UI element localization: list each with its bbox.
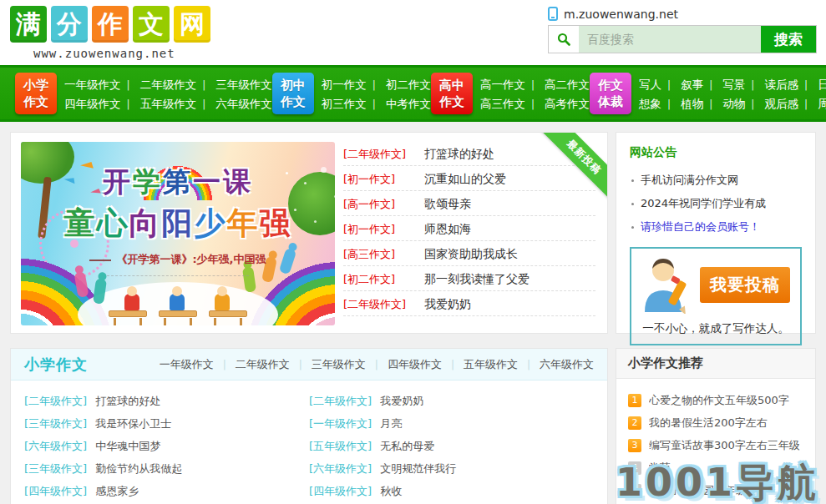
- nav-category-badge[interactable]: 作文 体裁: [590, 73, 631, 114]
- essay-title-link[interactable]: 我是环保小卫士: [95, 417, 171, 430]
- essay-row[interactable]: [六年级作文] 中华魂中国梦: [24, 435, 309, 457]
- nav-link[interactable]: 写景: [722, 78, 745, 91]
- announcement-link[interactable]: 手机访问满分作文网: [630, 169, 802, 192]
- article-category-tag[interactable]: [初二作文]: [343, 267, 420, 291]
- essay-category-tag[interactable]: [二年级作文]: [309, 395, 372, 407]
- essay-title-link[interactable]: 我爱奶奶: [380, 395, 423, 407]
- recommended-essay-link[interactable]: 我的暑假生活200字左右: [649, 416, 768, 431]
- section-title[interactable]: 小学作文: [24, 355, 88, 375]
- nav-link[interactable]: 中考作文: [386, 97, 431, 110]
- article-title-link[interactable]: 国家资助助我成长: [424, 247, 518, 260]
- recommended-essay-row[interactable]: 5 我家的动物园四年级: [628, 479, 803, 501]
- latest-article-row[interactable]: [初一作文] 师恩如海: [343, 216, 595, 241]
- essay-category-tag[interactable]: [五年级作文]: [309, 440, 372, 452]
- nav-link[interactable]: 高一作文: [480, 78, 525, 91]
- nav-link[interactable]: 高考作文: [545, 97, 590, 110]
- submit-essay-button[interactable]: 我要投稿: [700, 267, 790, 303]
- grade-tab-link[interactable]: 二年级作文: [236, 357, 290, 372]
- latest-article-row[interactable]: [初二作文] 那一刻我读懂了父爱: [343, 266, 595, 291]
- recommended-essay-link[interactable]: 编写童话故事300字左右三年级: [649, 438, 800, 453]
- recommended-essay-link[interactable]: 我家的动物园四年级: [649, 483, 747, 498]
- nav-link[interactable]: 高三作文: [480, 97, 525, 110]
- search-input[interactable]: [579, 26, 761, 53]
- nav-link[interactable]: 植物: [681, 97, 703, 110]
- essay-row[interactable]: [四年级作文] 秋收: [309, 480, 594, 502]
- grade-tab-link[interactable]: 六年级作文: [540, 357, 594, 372]
- recommended-essay-row[interactable]: 4 赏菊: [628, 456, 803, 479]
- nav-link[interactable]: 写人: [639, 78, 661, 91]
- essay-category-tag[interactable]: [四年级作文]: [309, 485, 372, 497]
- essay-title-link[interactable]: 中华魂中国梦: [95, 440, 160, 452]
- grade-tab-link[interactable]: 五年级作文: [464, 357, 518, 372]
- nav-link[interactable]: 三年级作文: [215, 78, 272, 91]
- nav-link[interactable]: 叙事: [681, 78, 703, 91]
- essay-row[interactable]: [二年级作文] 打篮球的好处: [24, 390, 309, 412]
- nav-link[interactable]: 读后感: [764, 78, 798, 91]
- essay-category-tag[interactable]: [四年级作文]: [24, 485, 87, 497]
- essay-title-link[interactable]: 文明规范伴我行: [380, 462, 456, 475]
- nav-link[interactable]: 观后感: [764, 97, 798, 110]
- essay-row[interactable]: [三年级作文] 勤俭节约从我做起: [24, 457, 309, 480]
- nav-link[interactable]: 初三作文: [322, 97, 367, 110]
- recommended-essay-row[interactable]: 1 心爱之物的作文五年级500字: [628, 389, 803, 411]
- latest-article-row[interactable]: [高三作文] 国家资助助我成长: [343, 241, 595, 266]
- essay-category-tag[interactable]: [二年级作文]: [24, 395, 87, 407]
- essay-category-tag[interactable]: [六年级作文]: [24, 440, 87, 452]
- article-title-link[interactable]: 那一刻我读懂了父爱: [424, 272, 530, 285]
- latest-article-row[interactable]: [初一作文] 沉重如山的父爱: [343, 166, 595, 191]
- article-category-tag[interactable]: [初一作文]: [343, 217, 420, 241]
- essay-row[interactable]: [三年级作文] 我是环保小卫士: [24, 412, 309, 435]
- article-category-tag[interactable]: [初一作文]: [343, 167, 420, 191]
- article-title-link[interactable]: 打篮球的好处: [424, 147, 494, 160]
- essay-category-tag[interactable]: [三年级作文]: [24, 462, 87, 475]
- announcement-link[interactable]: 2024年祝同学们学业有成: [630, 192, 802, 215]
- article-title-link[interactable]: 沉重如山的父爱: [424, 172, 506, 185]
- nav-link[interactable]: 周记: [818, 97, 826, 110]
- essay-row[interactable]: [二年级作文] 我爱奶奶: [309, 390, 594, 412]
- grade-tab-link[interactable]: 四年级作文: [388, 357, 442, 372]
- nav-link[interactable]: 日记: [818, 78, 826, 91]
- essay-category-tag[interactable]: [三年级作文]: [24, 417, 87, 430]
- nav-link[interactable]: 高二作文: [545, 78, 590, 91]
- latest-article-row[interactable]: [高一作文] 歌颂母亲: [343, 191, 595, 216]
- submit-essay-promo[interactable]: 我要投稿 一不小心，就成了写作达人。: [630, 247, 802, 345]
- article-category-tag[interactable]: [二年级作文]: [343, 292, 420, 316]
- grade-tab-link[interactable]: 一年级作文: [160, 357, 214, 372]
- nav-link[interactable]: 想象: [639, 97, 661, 110]
- essay-title-link[interactable]: 无私的母爱: [380, 440, 434, 452]
- recommended-essay-link[interactable]: 心爱之物的作文五年级500字: [649, 393, 789, 408]
- essay-row[interactable]: [一年级作文] 月亮: [309, 412, 594, 435]
- school-opening-banner[interactable]: 开学第一课 童心向阳少年强 《开学第一课》:少年强,中国强: [21, 142, 335, 325]
- nav-link[interactable]: 动物: [722, 97, 745, 110]
- nav-category-badge[interactable]: 高中 作文: [431, 73, 473, 114]
- nav-link[interactable]: 四年级作文: [64, 97, 121, 110]
- essay-title-link[interactable]: 感恩家乡: [95, 485, 139, 497]
- nav-link[interactable]: 五年级作文: [140, 97, 197, 110]
- grade-tab-link[interactable]: 三年级作文: [312, 357, 366, 372]
- site-logo[interactable]: 满分作文网: [10, 6, 210, 43]
- nav-category-badge[interactable]: 小学 作文: [15, 73, 57, 114]
- article-title-link[interactable]: 歌颂母亲: [424, 197, 471, 210]
- recommended-essay-link[interactable]: 赏菊: [649, 461, 671, 476]
- essay-row[interactable]: [四年级作文] 感恩家乡: [24, 480, 309, 502]
- nav-category-badge[interactable]: 初中 作文: [272, 73, 314, 114]
- article-category-tag[interactable]: [二年级作文]: [343, 142, 420, 166]
- article-title-link[interactable]: 师恩如海: [424, 222, 471, 235]
- announcement-link[interactable]: 请珍惜自己的会员账号！: [630, 215, 802, 239]
- article-title-link[interactable]: 我爱奶奶: [424, 297, 471, 310]
- nav-link[interactable]: 六年级作文: [215, 97, 272, 110]
- nav-link[interactable]: 二年级作文: [140, 78, 197, 91]
- search-button[interactable]: 搜索: [761, 26, 816, 53]
- mobile-site-link[interactable]: m.zuowenwang.net: [548, 7, 678, 21]
- recommended-essay-row[interactable]: 3 编写童话故事300字左右三年级: [628, 434, 803, 456]
- essay-row[interactable]: [五年级作文] 无私的母爱: [309, 435, 594, 457]
- nav-link[interactable]: 初一作文: [322, 78, 367, 91]
- essay-title-link[interactable]: 月亮: [380, 417, 402, 430]
- essay-row[interactable]: [六年级作文] 文明规范伴我行: [309, 457, 594, 480]
- essay-category-tag[interactable]: [六年级作文]: [309, 462, 372, 475]
- article-category-tag[interactable]: [高一作文]: [343, 192, 420, 216]
- essay-category-tag[interactable]: [一年级作文]: [309, 417, 372, 430]
- essay-title-link[interactable]: 打篮球的好处: [95, 395, 160, 407]
- article-category-tag[interactable]: [高三作文]: [343, 242, 420, 266]
- recommended-essay-row[interactable]: 2 我的暑假生活200字左右: [628, 411, 803, 434]
